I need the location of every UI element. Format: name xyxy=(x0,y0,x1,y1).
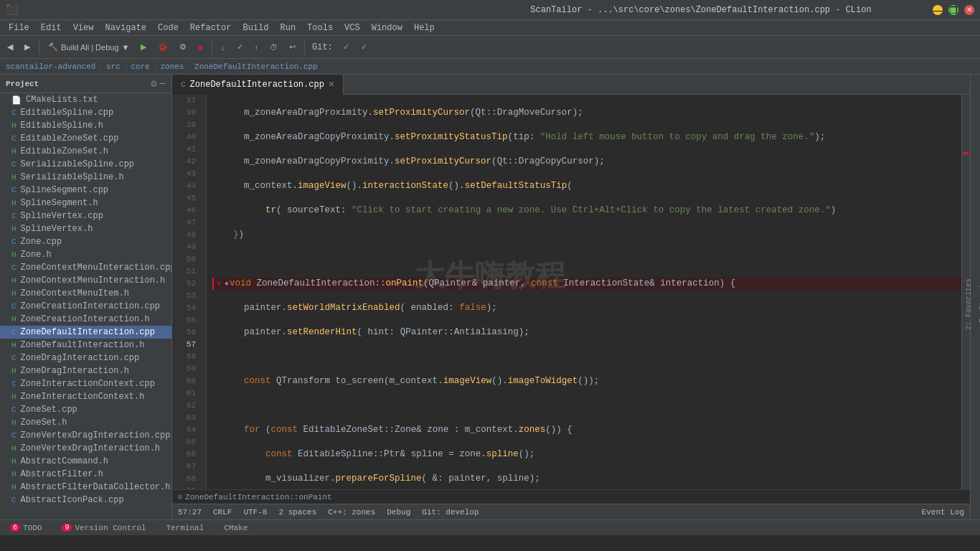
menu-navigate[interactable]: Navigate xyxy=(99,20,152,36)
error-scroll-mark xyxy=(963,152,969,154)
run-button[interactable]: ▶ xyxy=(136,38,151,57)
file-zonedraginteraction-cpp[interactable]: CZoneDragInteraction.cpp xyxy=(0,352,171,364)
run-config-button[interactable]: ⚙ xyxy=(175,38,191,57)
bc-root[interactable]: scantailor-advanced xyxy=(6,62,95,71)
file-splinesegment-h[interactable]: HSplineSegment.h xyxy=(0,197,171,209)
line-54: 54 xyxy=(172,302,200,314)
file-zonedraginteraction-h[interactable]: HZoneDragInteraction.h xyxy=(0,364,171,377)
git-revert-button[interactable]: ↩ xyxy=(285,38,300,57)
menu-build[interactable]: Build xyxy=(237,20,274,36)
tab-zonedefaultinteraction[interactable]: C ZoneDefaultInteraction.cpp × xyxy=(172,75,344,95)
file-zonecreationinteraction-cpp[interactable]: CZoneCreationInteraction.cpp xyxy=(0,300,171,313)
bc-zones[interactable]: zones xyxy=(160,62,184,71)
file-splinevertex-h[interactable]: HSplineVertex.h xyxy=(0,222,171,235)
tab-close-button[interactable]: × xyxy=(329,79,334,90)
menu-run[interactable]: Run xyxy=(274,20,301,36)
git-check-button[interactable]: ✓ xyxy=(339,38,354,57)
file-serializablespline-h[interactable]: HSerializableSpline.h xyxy=(0,171,171,184)
file-editablezoneset-h[interactable]: HEditableZoneSet.h xyxy=(0,145,171,158)
file-zoneinteractioncontext-cpp[interactable]: CZoneInteractionContext.cpp xyxy=(0,377,171,390)
menu-vcs[interactable]: VCS xyxy=(339,20,366,36)
build-icon: 🔨 xyxy=(48,42,58,52)
file-zonedefaultinteraction-h[interactable]: HZoneDefaultInteraction.h xyxy=(0,339,171,352)
h-icon: H xyxy=(11,483,17,491)
file-splinesegment-cpp[interactable]: CSplineSegment.cpp xyxy=(0,184,171,197)
gutter-42 xyxy=(212,229,222,241)
line-52: 52 xyxy=(172,278,200,290)
file-serializablespline-cpp[interactable]: CSerializableSpline.cpp xyxy=(0,158,171,171)
file-cmake[interactable]: 📄CMakeLists.txt xyxy=(0,93,171,106)
bc-core[interactable]: core xyxy=(131,62,149,71)
file-zonevertexdraginteraction-cpp[interactable]: CZoneVertexDragInteraction.cpp xyxy=(0,429,171,442)
sidebar-settings-icon[interactable]: ⚙ xyxy=(151,77,156,90)
file-zoneset-cpp[interactable]: CZoneSet.cpp xyxy=(0,403,171,416)
line-43: 43 xyxy=(172,168,200,180)
cmake-tab[interactable]: CMake xyxy=(220,520,252,536)
file-zonevertexdraginteraction-h[interactable]: HZoneVertexDragInteraction.h xyxy=(0,442,171,455)
file-zone-cpp[interactable]: CZone.cpp xyxy=(0,235,171,248)
build-button[interactable]: 🔨 Build All | Debug ▼ xyxy=(44,38,133,57)
git-commit-button[interactable]: ✓ xyxy=(232,38,248,57)
debug-button[interactable]: 🐞 xyxy=(154,38,172,57)
file-zone-h[interactable]: HZone.h xyxy=(0,248,171,261)
git-push-button[interactable]: ↑ xyxy=(250,38,263,57)
stop-button[interactable]: ■ xyxy=(194,38,207,57)
menu-edit[interactable]: Edit xyxy=(35,20,67,36)
terminal-label: Terminal xyxy=(166,524,204,532)
code-text-48: const QTransform to_screen(m_context.ima… xyxy=(222,375,599,387)
menu-window[interactable]: Window xyxy=(366,20,408,36)
file-zoneinteractioncontext-h[interactable]: HZoneInteractionContext.h xyxy=(0,390,171,403)
file-editablespline-h[interactable]: HEditableSpline.h xyxy=(0,119,171,132)
code-container[interactable]: 37 38 39 40 41 42 43 44 45 46 47 48 49 5… xyxy=(172,95,970,489)
file-zonecontextmenuinteraction-h[interactable]: HZoneContextMenuInteraction.h xyxy=(0,274,171,287)
h-icon: H xyxy=(11,341,17,349)
git-history-button[interactable]: ⏱ xyxy=(265,38,282,57)
code-line-47 xyxy=(212,351,961,363)
menu-help[interactable]: Help xyxy=(408,20,440,36)
file-abstractcommand-h[interactable]: HAbstractCommand.h xyxy=(0,455,171,468)
git-update-button[interactable]: ↓ xyxy=(217,38,230,57)
file-editablezoneset-cpp[interactable]: CEditableZoneSet.cpp xyxy=(0,132,171,145)
bc-file[interactable]: ZoneDefaultInteraction.cpp xyxy=(194,62,318,71)
build-dropdown-icon: ▼ xyxy=(122,43,130,52)
todo-tab[interactable]: 6 TODO xyxy=(6,520,46,536)
line-45: 45 xyxy=(172,192,200,204)
file-abstractfilter-h[interactable]: HAbstractFilter.h xyxy=(0,468,171,481)
code-text-40: m_context.imageView().interactionState()… xyxy=(222,180,573,192)
gutter-44: ✕ xyxy=(214,278,224,290)
menu-refactor[interactable]: Refactor xyxy=(184,20,237,36)
file-zonedefaultinteraction-cpp[interactable]: CZoneDefaultInteraction.cpp xyxy=(0,326,171,339)
menu-view[interactable]: View xyxy=(67,20,100,36)
bc-sep-1: › xyxy=(98,62,103,71)
file-splinevertex-cpp[interactable]: CSplineVertex.cpp xyxy=(0,209,171,222)
git-merge-button[interactable]: ✓ xyxy=(357,38,372,57)
breadcrumb: scantailor-advanced › src › core › zones… xyxy=(0,59,980,75)
gutter-48 xyxy=(212,375,222,387)
event-log[interactable]: Event Log xyxy=(922,508,964,517)
file-zonecreationinteraction-h[interactable]: HZoneCreationInteraction.h xyxy=(0,313,171,326)
cpp-icon: C xyxy=(11,302,17,311)
terminal-tab[interactable]: Terminal xyxy=(161,520,208,536)
close-button[interactable]: ✕ xyxy=(964,5,974,15)
file-zonecontextmenuitem-h[interactable]: HZoneContextMenuItem.h xyxy=(0,287,171,300)
menu-tools[interactable]: Tools xyxy=(301,20,339,36)
menu-code[interactable]: Code xyxy=(152,20,184,36)
maximize-button[interactable]: ❐ xyxy=(948,5,958,15)
forward-button[interactable]: ▶ xyxy=(20,38,34,57)
file-abstracticonpack-cpp[interactable]: CAbstractIconPack.cpp xyxy=(0,494,171,507)
file-zonecontextmenuinteraction-cpp[interactable]: CZoneContextMenuInteraction.cpp xyxy=(0,261,171,274)
bc-src[interactable]: src xyxy=(106,62,121,71)
file-zoneset-h[interactable]: HZoneSet.h xyxy=(0,416,171,429)
minimize-button[interactable]: — xyxy=(933,5,943,15)
code-text[interactable]: m_zoneAreaDragProximity.setProximityCurs… xyxy=(207,95,961,489)
back-button[interactable]: ◀ xyxy=(3,38,17,57)
file-abstractfilterdatacollector-h[interactable]: HAbstractFilterDataCollector.h xyxy=(0,481,171,494)
sidebar-title: Project xyxy=(6,80,39,88)
menu-file[interactable]: File xyxy=(3,20,35,36)
file-editablespline-cpp[interactable]: CEditableSpline.cpp xyxy=(0,106,171,119)
gutter-37 xyxy=(212,107,222,119)
version-control-tab[interactable]: 9 Version Control xyxy=(57,520,150,536)
code-text-45: painter.setWorldMatrixEnabled( enabled: … xyxy=(222,302,497,314)
sidebar-collapse-icon[interactable]: — xyxy=(160,77,166,90)
h-icon: H xyxy=(11,289,17,298)
